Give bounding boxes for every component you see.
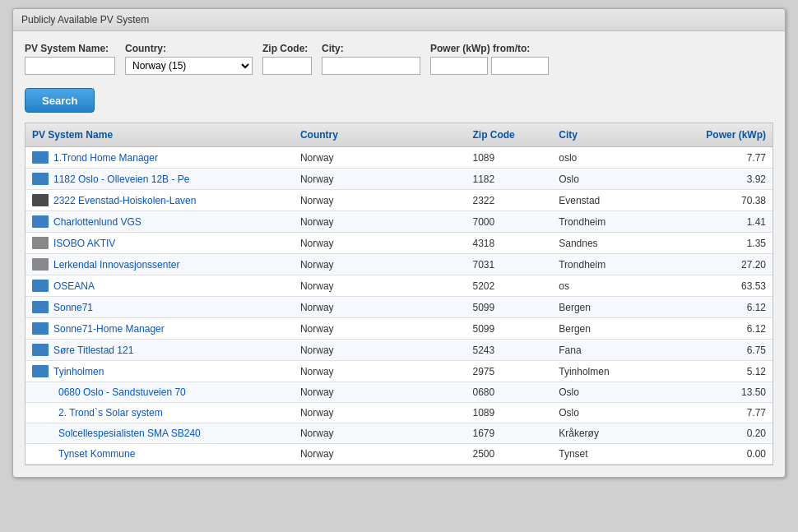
city-input[interactable] [322,57,420,75]
power-label: Power (kWp) from/to: [430,43,549,54]
name-cell: 2322 Evenstad-Hoiskolen-Laven [26,190,294,211]
city-cell: Trondheim [552,254,676,275]
country-select[interactable]: Norway (15) All Countries Germany Sweden… [125,57,253,75]
country-cell: Norway [294,444,466,465]
results-table-container: PV System Name Country Zip Code City Pow… [25,123,773,465]
name-cell: 0680 Oslo - Sandstuveien 70 [26,382,294,403]
name-cell: 1.Trond Home Manager [26,147,294,169]
power-cell: 1.41 [677,211,772,233]
table-row: 2322 Evenstad-Hoiskolen-LavenNorway2322E… [26,190,772,211]
zip-cell: 7031 [466,254,552,275]
pv-icon [32,280,49,292]
col-header-city[interactable]: City [552,123,676,147]
power-to-input[interactable] [491,57,549,75]
city-cell: Sandnes [552,233,676,254]
pv-icon [32,173,49,185]
country-cell: Norway [294,211,466,233]
pv-system-link[interactable]: Sonne71-Home Manager [53,323,165,335]
country-cell: Norway [294,254,466,275]
pv-system-name-label: PV System Name: [25,43,115,54]
name-cell: 1182 Oslo - Olleveien 12B - Pe [26,169,294,190]
power-cell: 3.92 [677,169,772,190]
power-cell: 7.77 [677,147,772,169]
window-title: Publicly Available PV System [13,9,785,31]
power-cell: 1.35 [677,233,772,254]
table-row: 1182 Oslo - Olleveien 12B - PeNorway1182… [26,169,772,190]
pv-system-link[interactable]: Charlottenlund VGS [53,216,142,228]
country-cell: Norway [294,233,466,254]
name-cell: Solcellespesialisten SMA SB240 [26,423,294,444]
name-cell: 2. Trond`s Solar system [26,403,294,423]
pv-icon [32,194,49,206]
country-cell: Norway [294,423,466,444]
zip-cell: 2975 [466,361,552,382]
zip-cell: 2322 [466,190,552,211]
table-body: 1.Trond Home ManagerNorway1089oslo7.7711… [26,147,772,465]
pv-system-link[interactable]: Tynset Kommune [58,448,135,460]
city-cell: Oslo [552,403,676,423]
zip-code-group: Zip Code: [262,43,312,75]
country-group: Country: Norway (15) All Countries Germa… [125,43,253,75]
country-cell: Norway [294,297,466,318]
pv-system-link[interactable]: Søre Titlestad 121 [53,345,133,356]
name-cell: Tynset Kommune [26,444,294,465]
pv-system-name-input[interactable] [25,57,115,75]
pv-system-link[interactable]: 2322 Evenstad-Hoiskolen-Laven [53,195,196,206]
country-cell: Norway [294,275,466,297]
zip-cell: 0680 [466,382,552,403]
search-button[interactable]: Search [25,88,95,113]
zip-cell: 1089 [466,147,552,169]
power-group: Power (kWp) from/to: [430,43,549,75]
pv-system-link[interactable]: Lerkendal Innovasjonssenter [53,259,179,271]
pv-icon [32,215,49,228]
table-row: 1.Trond Home ManagerNorway1089oslo7.77 [26,147,772,169]
power-from-input[interactable] [430,57,488,75]
zip-cell: 5099 [466,318,552,340]
table-row: Charlottenlund VGSNorway7000Trondheim1.4… [26,211,772,233]
country-label: Country: [125,43,253,54]
pv-system-link[interactable]: 1182 Oslo - Olleveien 12B - Pe [53,173,189,185]
pv-icon [32,301,49,313]
pv-system-link[interactable]: OSEANA [53,280,95,292]
city-cell: Evenstad [552,190,676,211]
country-cell: Norway [294,190,466,211]
zip-cell: 1089 [466,403,552,423]
pv-system-link[interactable]: Sonne71 [53,302,93,313]
country-cell: Norway [294,147,466,169]
name-cell: Tyinholmen [26,361,294,382]
city-cell: Fana [552,340,676,361]
pv-system-link[interactable]: Tyinholmen [53,366,104,377]
pv-icon [32,258,49,271]
col-header-zip[interactable]: Zip Code [466,123,552,147]
city-cell: Oslo [552,382,676,403]
table-row: Tynset KommuneNorway2500Tynset0.00 [26,444,772,465]
col-header-power[interactable]: Power (kWp) [677,123,772,147]
table-row: Lerkendal InnovasjonssenterNorway7031Tro… [26,254,772,275]
city-cell: Tyinholmen [552,361,676,382]
col-header-country[interactable]: Country [294,123,466,147]
city-cell: Bergen [552,297,676,318]
city-cell: Bergen [552,318,676,340]
name-cell: Sonne71 [26,297,294,318]
power-cell: 63.53 [677,275,772,297]
pv-system-link[interactable]: 0680 Oslo - Sandstuveien 70 [58,386,186,398]
pv-system-link[interactable]: 1.Trond Home Manager [53,152,158,164]
main-window: Publicly Available PV System PV System N… [12,8,786,478]
zip-code-input[interactable] [262,57,312,75]
col-header-name[interactable]: PV System Name [26,123,294,147]
power-cell: 6.12 [677,297,772,318]
city-cell: os [552,275,676,297]
country-cell: Norway [294,169,466,190]
pv-system-link[interactable]: ISOBO AKTIV [53,238,115,249]
table-row: OSEANANorway5202os63.53 [26,275,772,297]
country-cell: Norway [294,340,466,361]
power-cell: 0.20 [677,423,772,444]
name-cell: Søre Titlestad 121 [26,340,294,361]
name-cell: OSEANA [26,275,294,297]
pv-system-link[interactable]: 2. Trond`s Solar system [58,407,163,419]
table-row: Sonne71-Home ManagerNorway5099Bergen6.12 [26,318,772,340]
city-cell: Trondheim [552,211,676,233]
zip-cell: 7000 [466,211,552,233]
pv-system-link[interactable]: Solcellespesialisten SMA SB240 [58,428,201,439]
table-row: TyinholmenNorway2975Tyinholmen5.12 [26,361,772,382]
